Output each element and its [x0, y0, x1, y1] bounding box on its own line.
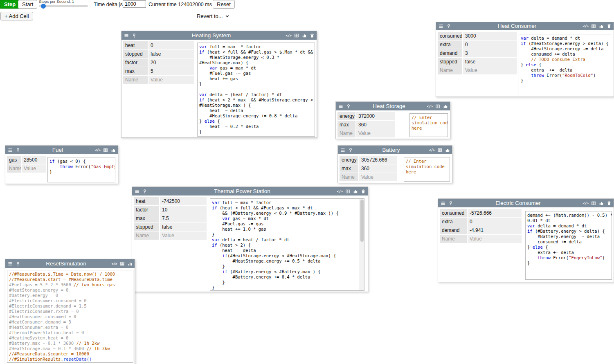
- code-icon[interactable]: </>: [112, 261, 117, 266]
- pin-icon[interactable]: [15, 261, 20, 266]
- property-value[interactable]: 0: [148, 41, 194, 49]
- reset-button[interactable]: Reset: [213, 0, 235, 9]
- pin-icon[interactable]: [346, 103, 351, 109]
- property-value[interactable]: 3000: [463, 32, 517, 40]
- chart-icon[interactable]: [353, 189, 358, 194]
- table-icon[interactable]: [294, 33, 299, 38]
- property-value[interactable]: Value: [468, 235, 522, 243]
- table-icon[interactable]: [437, 147, 442, 153]
- property-name[interactable]: heat: [123, 41, 148, 49]
- menu-icon[interactable]: [340, 147, 345, 153]
- property-name[interactable]: energy: [337, 112, 355, 120]
- property-name[interactable]: stopped: [134, 223, 159, 231]
- code-icon[interactable]: </>: [583, 23, 588, 29]
- panel-header[interactable]: Battery</>: [338, 146, 452, 154]
- property-name[interactable]: Name: [340, 173, 358, 181]
- pin-icon[interactable]: [15, 147, 20, 153]
- chart-icon[interactable]: [127, 261, 133, 266]
- property-name[interactable]: Name: [337, 129, 355, 137]
- add-cell-button[interactable]: + Add Cell: [0, 12, 33, 20]
- property-name[interactable]: heat: [134, 197, 159, 205]
- property-value[interactable]: 20: [148, 58, 194, 67]
- property-value[interactable]: Value: [356, 129, 395, 137]
- code-scrollbar[interactable]: [360, 199, 364, 290]
- pin-icon[interactable]: [142, 189, 147, 194]
- panel-header[interactable]: Thermal Power Station</>: [132, 187, 368, 195]
- property-name[interactable]: Name: [438, 66, 462, 74]
- property-value[interactable]: false: [160, 223, 207, 231]
- menu-icon[interactable]: [7, 261, 13, 266]
- property-value[interactable]: Value: [148, 76, 194, 84]
- table-icon[interactable]: [591, 23, 596, 29]
- property-name[interactable]: demand: [440, 226, 467, 234]
- steps-per-second-slider[interactable]: [39, 3, 88, 9]
- panel-header[interactable]: Heating System</>: [121, 31, 317, 40]
- code-editor[interactable]: // Entersimulation codehere: [404, 157, 450, 182]
- chart-icon[interactable]: [598, 23, 604, 29]
- pin-icon[interactable]: [348, 147, 353, 153]
- code-icon[interactable]: </>: [286, 33, 291, 38]
- property-value[interactable]: 305726.666: [359, 156, 397, 164]
- table-icon[interactable]: [119, 261, 125, 266]
- panel-header[interactable]: Heat Consumer</>: [436, 22, 614, 30]
- property-name[interactable]: factor: [134, 206, 159, 214]
- property-name[interactable]: stopped: [123, 50, 148, 58]
- trash-icon[interactable]: [309, 33, 315, 38]
- property-name[interactable]: factor: [123, 58, 148, 67]
- step-button[interactable]: Step: [0, 0, 20, 9]
- menu-icon[interactable]: [124, 33, 129, 38]
- property-value[interactable]: 372000: [356, 112, 395, 120]
- table-icon[interactable]: [103, 147, 108, 153]
- property-name[interactable]: Name: [134, 231, 159, 240]
- pin-icon[interactable]: [131, 33, 137, 38]
- property-name[interactable]: demand: [438, 49, 462, 57]
- code-icon[interactable]: </>: [95, 147, 100, 153]
- chart-icon[interactable]: [301, 33, 307, 38]
- menu-icon[interactable]: [438, 23, 443, 29]
- property-name[interactable]: stopped: [438, 58, 462, 66]
- code-editor[interactable]: if (gas < 0) { throw Error("Gas Empty")}: [47, 157, 115, 182]
- property-value[interactable]: 360: [359, 164, 397, 173]
- property-value[interactable]: Value: [463, 66, 517, 74]
- code-editor[interactable]: // Entersimulation codehere: [409, 113, 448, 137]
- chart-icon[interactable]: [443, 103, 448, 109]
- menu-icon[interactable]: [440, 200, 445, 206]
- menu-icon[interactable]: [7, 147, 13, 153]
- property-value[interactable]: 3: [463, 49, 517, 57]
- trash-icon[interactable]: [606, 200, 612, 206]
- chart-icon[interactable]: [110, 147, 116, 153]
- panel-header[interactable]: Electric Consumer</>: [438, 199, 614, 207]
- property-value[interactable]: Value: [22, 164, 46, 173]
- property-name[interactable]: Name: [7, 164, 21, 173]
- code-icon[interactable]: </>: [583, 200, 588, 206]
- property-value[interactable]: -4.941: [468, 226, 522, 234]
- time-delta-input[interactable]: [123, 0, 146, 8]
- property-value[interactable]: 28500: [22, 156, 46, 164]
- panel-header[interactable]: ResetSimulation</>: [5, 259, 135, 268]
- menu-icon[interactable]: [134, 189, 139, 194]
- property-value[interactable]: Value: [160, 231, 207, 240]
- pin-icon[interactable]: [448, 200, 453, 206]
- scrollbar-thumb[interactable]: [360, 200, 364, 242]
- property-name[interactable]: extra: [440, 218, 467, 226]
- trash-icon[interactable]: [606, 23, 612, 29]
- code-icon[interactable]: </>: [337, 189, 342, 194]
- table-icon[interactable]: [435, 103, 440, 109]
- property-value[interactable]: 5: [148, 67, 194, 75]
- property-name[interactable]: Name: [440, 235, 467, 243]
- code-icon[interactable]: </>: [427, 103, 432, 109]
- property-name[interactable]: energy: [340, 156, 358, 164]
- panel-header[interactable]: Fuel</>: [5, 146, 118, 154]
- property-name[interactable]: max: [134, 214, 159, 222]
- start-button[interactable]: Start: [18, 0, 37, 9]
- property-value[interactable]: -742500: [160, 197, 207, 205]
- property-value[interactable]: 0: [468, 218, 522, 226]
- code-editor[interactable]: var delta = demand * dtif (#HeatStorage.…: [519, 34, 611, 95]
- code-editor[interactable]: demand += (Math.random() - 0.5) *0.01 * …: [525, 211, 612, 280]
- code-icon[interactable]: </>: [429, 147, 434, 153]
- property-value[interactable]: 0: [463, 40, 517, 49]
- property-name[interactable]: max: [123, 67, 148, 75]
- property-value[interactable]: false: [463, 58, 517, 66]
- property-value[interactable]: false: [148, 50, 194, 58]
- property-value[interactable]: Value: [359, 173, 397, 181]
